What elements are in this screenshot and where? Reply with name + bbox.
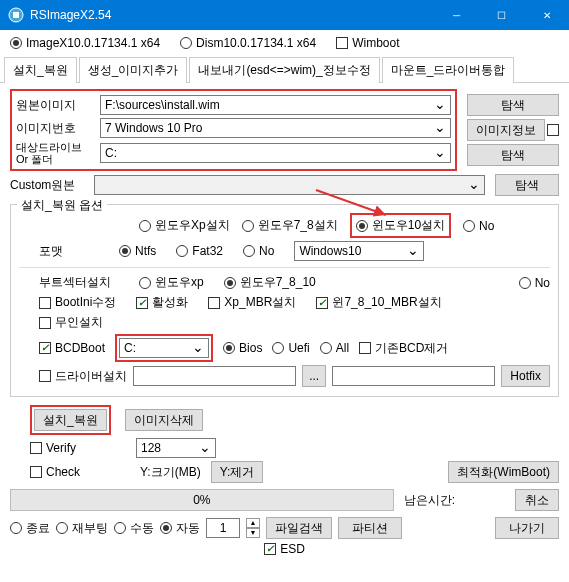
spin-up[interactable]: ▲ bbox=[246, 518, 260, 528]
label-source-image: 원본이미지 bbox=[16, 97, 96, 114]
install-restore-button[interactable]: 설치_복원 bbox=[34, 409, 107, 431]
combo-format[interactable]: Windows10 bbox=[294, 241, 424, 261]
radio-ntfs[interactable]: Ntfs bbox=[119, 244, 156, 258]
label-format: 포맷 bbox=[19, 243, 99, 260]
check-esd[interactable]: ESD bbox=[264, 542, 305, 556]
image-info-button[interactable]: 이미지정보 bbox=[467, 119, 545, 141]
combo-source-image[interactable]: F:\sources\install.wim bbox=[100, 95, 451, 115]
partition-button[interactable]: 파티션 bbox=[338, 517, 402, 539]
spin-count[interactable]: 1 bbox=[206, 518, 240, 538]
optimize-wimboot-button[interactable]: 최적화(WimBoot) bbox=[448, 461, 559, 483]
options-legend: 설치_복원 옵션 bbox=[17, 197, 107, 214]
radio-boot-7810[interactable]: 윈도우7_8_10 bbox=[224, 274, 316, 291]
radio-win10-install[interactable]: 윈도우10설치 bbox=[356, 217, 445, 234]
check-unattended[interactable]: 무인설치 bbox=[39, 314, 103, 331]
radio-manual[interactable]: 수동 bbox=[114, 520, 154, 537]
delete-image-button[interactable]: 이미지삭제 bbox=[125, 409, 203, 431]
label-time-left: 남은시간: bbox=[404, 492, 455, 509]
file-search-button[interactable]: 파일검색 bbox=[266, 517, 332, 539]
svg-rect-1 bbox=[13, 12, 19, 18]
check-wimboot[interactable]: Wimboot bbox=[336, 36, 399, 50]
maximize-button[interactable]: ☐ bbox=[479, 0, 524, 30]
radio-os-no[interactable]: No bbox=[463, 219, 494, 233]
radio-imagex[interactable]: ImageX10.0.17134.1 x64 bbox=[10, 36, 160, 50]
combo-verify-size[interactable]: 128 bbox=[136, 438, 216, 458]
browse-custom-button[interactable]: 탐색 bbox=[495, 174, 559, 196]
radio-boot-no[interactable]: No bbox=[519, 276, 550, 290]
label-target-drive: 대상드라이브 Or 폴더 bbox=[16, 141, 96, 165]
radio-uefi[interactable]: Uefi bbox=[272, 341, 309, 355]
radio-fat32[interactable]: Fat32 bbox=[176, 244, 223, 258]
check-bcdboot[interactable]: BCDBoot bbox=[39, 341, 105, 355]
radio-win78-install[interactable]: 윈도우7_8설치 bbox=[242, 217, 338, 234]
check-check[interactable]: Check bbox=[30, 465, 80, 479]
titlebar: RSImageX2.54 ─ ☐ ✕ bbox=[0, 0, 569, 30]
browse-source-button[interactable]: 탐색 bbox=[467, 94, 559, 116]
radio-boot-xp[interactable]: 윈도우xp bbox=[139, 274, 204, 291]
minimize-button[interactable]: ─ bbox=[434, 0, 479, 30]
tab-install-restore[interactable]: 설치_복원 bbox=[4, 57, 77, 83]
input-driver-path[interactable] bbox=[133, 366, 296, 386]
label-y-size: Y:크기(MB) bbox=[140, 464, 201, 481]
browse-target-button[interactable]: 탐색 bbox=[467, 144, 559, 166]
tabs: 설치_복원 생성_이미지추가 내보내기(esd<=>wim)_정보수정 마운트_… bbox=[0, 56, 569, 83]
engine-row: ImageX10.0.17134.1 x64 Dism10.0.17134.1 … bbox=[0, 30, 569, 56]
check-xp-mbr[interactable]: Xp_MBR설치 bbox=[208, 294, 296, 311]
exit-button[interactable]: 나가기 bbox=[495, 517, 559, 539]
window-title: RSImageX2.54 bbox=[30, 8, 434, 22]
radio-exit[interactable]: 종료 bbox=[10, 520, 50, 537]
browse-driver-button[interactable]: ... bbox=[302, 365, 326, 387]
close-button[interactable]: ✕ bbox=[524, 0, 569, 30]
check-remove-bcd[interactable]: 기존BCD제거 bbox=[359, 340, 448, 357]
radio-all[interactable]: All bbox=[320, 341, 349, 355]
check-driver-install[interactable]: 드라이버설치 bbox=[39, 368, 127, 385]
check-7810-mbr[interactable]: 윈7_8_10_MBR설치 bbox=[316, 294, 441, 311]
y-remove-button[interactable]: Y:제거 bbox=[211, 461, 264, 483]
radio-fmt-no[interactable]: No bbox=[243, 244, 274, 258]
radio-bios[interactable]: Bios bbox=[223, 341, 262, 355]
app-icon bbox=[8, 7, 24, 23]
combo-bcdboot-drive[interactable]: C: bbox=[119, 338, 209, 358]
hotfix-button[interactable]: Hotfix bbox=[501, 365, 550, 387]
check-bootini[interactable]: BootIni수정 bbox=[39, 294, 116, 311]
combo-custom-source[interactable] bbox=[94, 175, 485, 195]
tab-mount-driver[interactable]: 마운트_드라이버통합 bbox=[382, 57, 515, 83]
combo-target-drive[interactable]: C: bbox=[100, 143, 451, 163]
cancel-button[interactable]: 취소 bbox=[515, 489, 559, 511]
input-hotfix-path[interactable] bbox=[332, 366, 495, 386]
label-bootsector: 부트섹터설치 bbox=[19, 274, 119, 291]
label-custom-source: Custom원본 bbox=[10, 177, 90, 194]
radio-winxp-install[interactable]: 윈도우Xp설치 bbox=[139, 217, 230, 234]
progress-bar: 0% bbox=[10, 489, 394, 511]
radio-reboot[interactable]: 재부팅 bbox=[56, 520, 108, 537]
label-image-index: 이미지번호 bbox=[16, 120, 96, 137]
options-fieldset: 설치_복원 옵션 윈도우Xp설치 윈도우7_8설치 윈도우10설치 No 포맷 … bbox=[10, 204, 559, 397]
check-activate[interactable]: 활성화 bbox=[136, 294, 188, 311]
spin-down[interactable]: ▼ bbox=[246, 528, 260, 538]
tab-export-edit[interactable]: 내보내기(esd<=>wim)_정보수정 bbox=[189, 57, 379, 83]
radio-auto[interactable]: 자동 bbox=[160, 520, 200, 537]
combo-image-index[interactable]: 7 Windows 10 Pro bbox=[100, 118, 451, 138]
tab-create-add[interactable]: 생성_이미지추가 bbox=[79, 57, 188, 83]
check-verify[interactable]: Verify bbox=[30, 441, 76, 455]
radio-dism[interactable]: Dism10.0.17134.1 x64 bbox=[180, 36, 316, 50]
check-image-info[interactable] bbox=[547, 124, 559, 136]
